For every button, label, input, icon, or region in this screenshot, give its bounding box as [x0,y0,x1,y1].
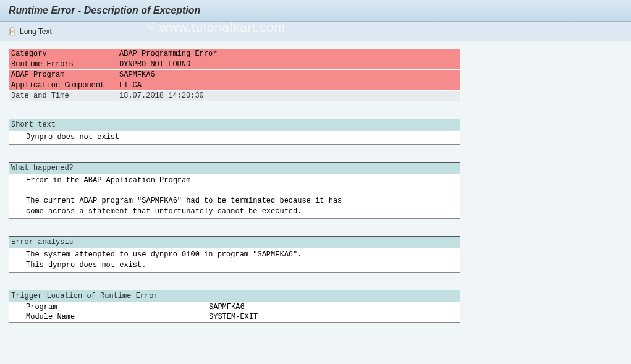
trigger-header: Trigger Location of Runtime Error [9,290,460,302]
long-text-label: Long Text [20,27,52,36]
what-happened-line2: The current ABAP program "SAPMFKA6" had … [26,196,457,206]
info-row-category: Category ABAP Programming Error [9,49,460,59]
error-analysis-header: Error analysis [9,237,460,248]
app-component-label: Application Component [9,80,117,91]
section-short-text: Short text Dynpro does not exist [9,119,460,145]
trigger-table: Program SAPMFKA6 Module Name SYSTEM-EXIT [9,302,460,322]
info-row-app-component: Application Component FI-CA [9,80,460,91]
section-trigger-location: Trigger Location of Runtime Error Progra… [9,290,460,323]
error-analysis-body: The system attempted to use dynpro 0100 … [9,248,460,272]
info-row-runtime-errors: Runtime Errors DYNPRO_NOT_FOUND [9,59,460,70]
info-row-abap-program: ABAP Program SAPMFKA6 [9,70,460,80]
long-text-button[interactable]: Long Text [9,27,52,36]
error-analysis-line2: This dynpro does not exist. [26,260,457,271]
title-bar: Runtime Error - Description of Exception [0,0,631,22]
category-label: Category [9,49,117,59]
date-time-value: 18.07.2018 14:20:30 [117,91,460,101]
what-happened-header: What happened? [9,163,460,174]
content-area: Category ABAP Programming Error Runtime … [0,41,631,330]
trigger-body: Program SAPMFKA6 Module Name SYSTEM-EXIT [9,302,460,322]
what-happened-line1: Error in the ABAP Application Program [26,176,457,186]
trigger-row-program: Program SAPMFKA6 [9,302,460,312]
section-what-happened: What happened? Error in the ABAP Applica… [9,162,460,219]
what-happened-body: Error in the ABAP Application Program Th… [9,174,460,218]
info-row-date-time: Date and Time 18.07.2018 14:20:30 [9,91,460,101]
category-value: ABAP Programming Error [117,49,460,59]
short-text-line: Dynpro does not exist [26,132,457,143]
runtime-errors-label: Runtime Errors [9,59,117,70]
trigger-row-module: Module Name SYSTEM-EXIT [9,312,460,322]
runtime-errors-value: DYNPRO_NOT_FOUND [117,59,460,70]
info-table: Category ABAP Programming Error Runtime … [9,49,460,101]
trigger-module-value: SYSTEM-EXIT [206,312,460,322]
date-time-label: Date and Time [9,91,117,101]
trigger-module-label: Module Name [9,312,206,322]
trigger-program-label: Program [9,302,206,312]
abap-program-value: SAPMFKA6 [117,70,460,80]
error-analysis-line1: The system attempted to use dynpro 0100 … [26,250,457,260]
short-text-body: Dynpro does not exist [9,131,460,144]
toolbar: Long Text [0,22,631,41]
page-title: Runtime Error - Description of Exception [9,5,622,16]
app-component-value: FI-CA [117,80,460,91]
section-error-analysis: Error analysis The system attempted to u… [9,236,460,273]
trigger-program-value: SAPMFKA6 [206,302,460,312]
abap-program-label: ABAP Program [9,70,117,80]
blank-line [26,186,457,197]
document-icon [9,27,17,36]
what-happened-line3: come across a statement that unfortunate… [26,206,457,217]
short-text-header: Short text [9,119,460,131]
